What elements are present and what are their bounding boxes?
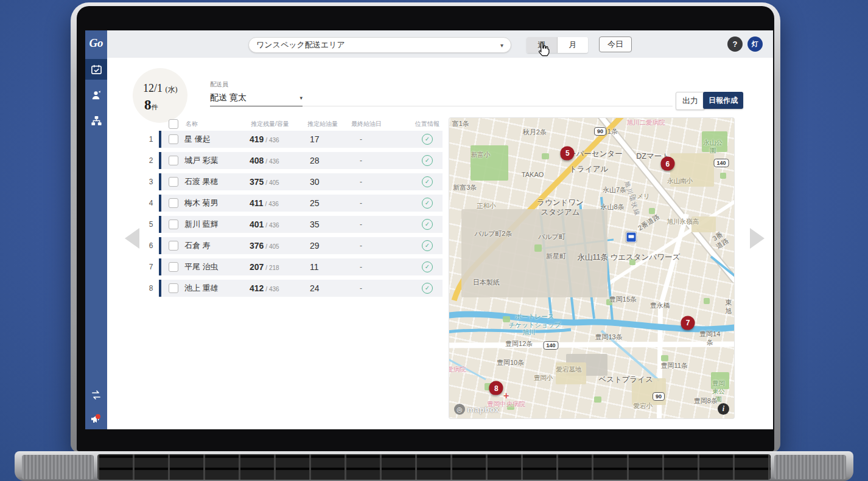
map-label: 豊岡11条 — [661, 362, 688, 370]
driver-name: 平尾 治虫 — [184, 261, 250, 272]
map-area-patch — [720, 173, 726, 179]
remain-cell: 419/ 436 — [250, 134, 306, 144]
delivery-marker[interactable]: 6 — [660, 157, 674, 171]
map-label: 豊永橋 — [650, 302, 670, 310]
map-info-button[interactable]: i — [718, 403, 729, 415]
map-label: 豊岡13条 — [595, 333, 622, 342]
table-row[interactable]: 3 石渡 果穂 375/ 405 30 - ✓ — [143, 173, 443, 190]
location-check-icon[interactable]: ✓ — [422, 261, 433, 272]
weekday-value: (水) — [166, 85, 178, 94]
row-checkbox[interactable] — [169, 177, 178, 187]
remain-value: 207 — [250, 262, 264, 272]
route-shield: 90 — [653, 392, 665, 401]
table-row[interactable]: 7 平尾 治虫 207/ 218 11 - ✓ — [143, 258, 443, 275]
remain-cell: 412/ 436 — [250, 283, 306, 293]
delivery-marker[interactable]: 5 — [561, 146, 575, 160]
remain-value: 419 — [250, 134, 264, 144]
refuel-value: 28 — [306, 156, 350, 165]
refuel-value: 30 — [306, 177, 350, 187]
row-number: 7 — [143, 258, 159, 275]
table-row[interactable]: 2 城戸 彩葉 408/ 436 28 - ✓ — [143, 152, 443, 169]
account-button[interactable]: 灯 — [747, 36, 763, 52]
sidebar-item-transfer[interactable] — [85, 385, 107, 406]
row-checkbox[interactable] — [169, 156, 178, 165]
row-checkbox[interactable] — [169, 283, 178, 293]
table-row[interactable]: 5 新川 藍輝 401/ 436 35 - ✓ — [143, 216, 443, 233]
table-row[interactable]: 4 梅木 菊男 411/ 436 25 - ✓ — [143, 195, 443, 212]
row-number: 6 — [143, 237, 159, 254]
map-label: 永山11条 ウエスタンパワーズ — [577, 253, 680, 263]
remain-cell: 376/ 405 — [250, 241, 306, 251]
refuel-value: 35 — [306, 220, 350, 229]
capacity-value: / 436 — [265, 222, 279, 229]
location-check-icon[interactable]: ✓ — [422, 134, 433, 145]
row-checkbox[interactable] — [169, 262, 178, 272]
row-checkbox[interactable] — [169, 220, 178, 229]
date-value: 12/1 — [143, 82, 163, 94]
chevron-down-icon: ▾ — [500, 42, 503, 49]
export-button[interactable]: 出力 — [676, 92, 705, 110]
delivery-marker[interactable]: 7 — [681, 316, 695, 330]
select-all-checkbox[interactable] — [169, 119, 178, 129]
megaphone-icon — [90, 413, 102, 424]
capacity-value: / 436 — [265, 137, 279, 144]
refuel-value: 11 — [306, 262, 350, 272]
sidebar-item-organization[interactable] — [85, 110, 107, 131]
swap-arrows-icon — [90, 390, 102, 401]
col-last: 最終給油日 — [350, 120, 414, 128]
fuel-table-body: 1 星 優起 419/ 436 17 - ✓ 2 城戸 彩葉 408/ 436 … — [143, 131, 443, 297]
month-view-button[interactable]: 月 — [558, 37, 588, 53]
remain-cell: 207/ 218 — [250, 262, 306, 272]
table-row[interactable]: 8 池上 重雄 412/ 436 24 - ✓ — [143, 280, 443, 297]
location-check-icon[interactable]: ✓ — [422, 283, 433, 294]
map-label: 富1条 — [452, 120, 469, 128]
area-select[interactable]: ワンスペック配送エリア ▾ — [248, 37, 511, 53]
row-checkbox[interactable] — [169, 198, 178, 208]
delivery-marker[interactable]: 8 — [489, 381, 503, 395]
map-label: 豊岡14条 — [698, 330, 722, 347]
map-label: ベストプライス — [598, 375, 653, 385]
laptop-keyboard — [97, 454, 771, 480]
driver-select[interactable]: 配送 寛太 ▾ — [210, 90, 303, 106]
fuel-table: 名称 推定残量/容量 推定給油量 最終給油日 位置情報 1 星 優起 419/ … — [143, 117, 443, 301]
location-check-icon[interactable]: ✓ — [422, 198, 433, 209]
map-area-patch — [704, 298, 710, 304]
location-check-icon[interactable]: ✓ — [422, 155, 433, 166]
app-window: Go ワンスペック — [85, 30, 773, 429]
row-checkbox[interactable] — [169, 241, 178, 251]
table-row[interactable]: 1 星 優起 419/ 436 17 - ✓ — [143, 131, 443, 148]
help-button[interactable]: ? — [727, 36, 743, 52]
location-check-icon[interactable]: ✓ — [422, 219, 433, 230]
location-check-icon[interactable]: ✓ — [422, 176, 433, 187]
mapbox-attribution[interactable]: ◎ mapbox — [454, 404, 500, 415]
capacity-value: / 405 — [265, 179, 279, 186]
row-number: 4 — [143, 195, 159, 212]
row-accent-bar — [159, 131, 161, 148]
sidebar-item-announcements[interactable] — [85, 408, 107, 429]
location-check-icon[interactable]: ✓ — [422, 240, 433, 251]
next-page-arrow[interactable] — [750, 228, 765, 249]
last-date-value: - — [350, 263, 414, 271]
map-area-patch — [661, 355, 668, 361]
sidebar-item-schedule[interactable] — [85, 59, 107, 80]
sidebar-item-drivers[interactable] — [85, 85, 107, 105]
capacity-value: / 405 — [265, 243, 279, 250]
map-label: トライアル — [569, 165, 608, 175]
laptop-speaker-right — [774, 455, 846, 479]
row-accent-bar — [159, 195, 161, 212]
map-label: 新富小 — [471, 151, 491, 159]
today-button[interactable]: 今日 — [599, 36, 632, 52]
prev-page-arrow[interactable] — [125, 228, 139, 249]
refuel-value: 17 — [306, 134, 350, 144]
daily-report-button[interactable]: 日報作成 — [703, 92, 743, 109]
driver-name: 石倉 寿 — [184, 240, 250, 251]
map-label: 豊岡15条 — [609, 296, 637, 304]
remain-value: 411 — [250, 198, 264, 208]
driver-name: 石渡 果穂 — [184, 176, 250, 187]
row-checkbox[interactable] — [169, 134, 178, 144]
table-row[interactable]: 6 石倉 寿 376/ 405 29 - ✓ — [143, 237, 443, 254]
last-date-value: - — [350, 178, 414, 186]
map-label: 日本製紙 — [473, 279, 500, 287]
map[interactable]: 富1条秋月2条永山1条旭川二愛病院スーパーセンタートライアル新富小TAKAODZ… — [449, 118, 734, 418]
remain-value: 401 — [250, 220, 264, 229]
